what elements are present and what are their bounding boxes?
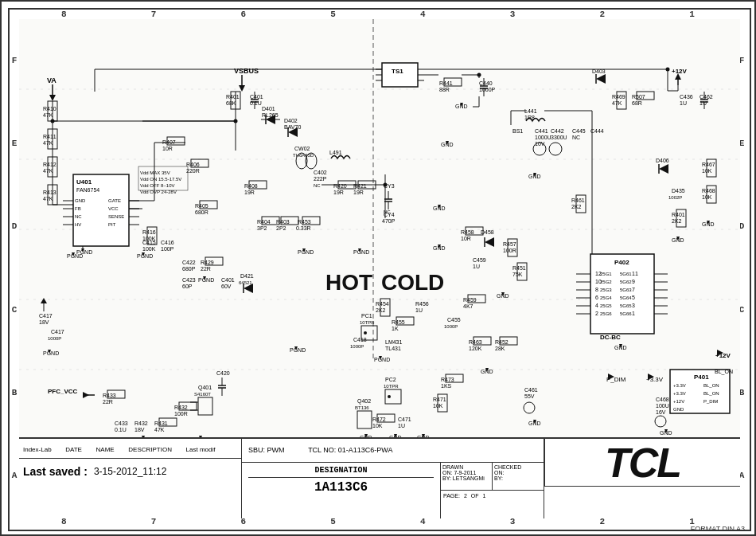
svg-text:0.1U: 0.1U (250, 100, 262, 106)
svg-text:680P: 680P (182, 266, 196, 272)
svg-text:GND: GND (75, 198, 86, 203)
svg-text:2P2: 2P2 (276, 225, 286, 231)
index-row: Index-Lab DATE NAME DESCRIPTION Last mod… (19, 439, 241, 459)
svg-text:SENSE: SENSE (108, 214, 124, 219)
svg-text:1000P: 1000P (444, 324, 458, 329)
tcl-logo: TCL (605, 439, 680, 487)
svg-text:1000P: 1000P (479, 87, 496, 92)
svg-text:R401: R401 (226, 94, 240, 100)
svg-text:8: 8 (595, 287, 598, 292)
svg-text:C440: C440 (479, 80, 493, 86)
svg-text:222P: 222P (314, 176, 327, 182)
svg-text:NC: NC (75, 214, 82, 219)
svg-text:19R: 19R (244, 190, 255, 195)
svg-point-435 (477, 73, 481, 77)
svg-text:1U: 1U (680, 100, 687, 106)
svg-text:C468: C468 (656, 397, 669, 402)
svg-text:R457: R457 (503, 241, 516, 247)
date-label: DATE (65, 446, 82, 453)
svg-text:R472: R472 (372, 417, 386, 422)
svg-text:25G1: 25G1 (600, 272, 612, 276)
svg-text:C422: C422 (182, 260, 196, 265)
svg-text:R456: R456 (415, 301, 429, 307)
svg-text:100R: 100R (174, 411, 188, 417)
svg-text:220R: 220R (186, 168, 200, 174)
svg-text:R461: R461 (571, 198, 585, 203)
svg-text:R413: R413 (43, 190, 57, 195)
svg-text:1K: 1K (392, 326, 399, 331)
col-marker-1: 1 (647, 10, 737, 19)
svg-text:L491: L491 (329, 150, 342, 155)
svg-text:100U: 100U (656, 403, 669, 409)
svg-text:R405: R405 (195, 203, 208, 209)
svg-text:VA: VA (47, 76, 57, 84)
svg-text:R406: R406 (186, 162, 200, 167)
svg-text:+3.3V: +3.3V (673, 383, 686, 388)
svg-point-434 (51, 119, 55, 123)
svg-text:R441: R441 (439, 80, 453, 86)
svg-text:4: 4 (595, 303, 598, 308)
svg-text:NC: NC (572, 135, 580, 140)
svg-text:C401: C401 (250, 94, 263, 100)
svg-text:VCC: VCC (108, 206, 119, 211)
svg-text:1000P: 1000P (350, 344, 364, 349)
svg-text:18V: 18V (39, 319, 49, 325)
svg-text:R453: R453 (298, 219, 311, 225)
svg-text:Q402: Q402 (357, 398, 371, 405)
svg-text:Vdd OFF  8~10V: Vdd OFF 8~10V (140, 183, 175, 188)
svg-text:LM431: LM431 (385, 339, 403, 345)
svg-text:+12V: +12V (673, 399, 684, 404)
svg-text:55V: 55V (524, 393, 535, 399)
svg-text:R416: R416 (142, 229, 156, 235)
svg-text:7: 7 (632, 287, 635, 292)
svg-text:D421: D421 (240, 273, 254, 279)
svg-text:R459: R459 (463, 297, 477, 303)
checked-label: CHECKED (494, 464, 542, 470)
svg-text:10TPR: 10TPR (360, 320, 375, 325)
svg-text:PGND: PGND (290, 347, 306, 353)
svg-text:C401: C401 (221, 277, 235, 283)
svg-text:PFC_VCC: PFC_VCC (48, 388, 78, 395)
svg-point-433 (234, 119, 238, 123)
svg-text:R469: R469 (612, 94, 625, 100)
svg-text:R431: R431 (154, 421, 168, 426)
svg-text:1000U: 1000U (535, 135, 551, 140)
svg-text:5: 5 (632, 295, 635, 300)
svg-text:P401: P401 (694, 374, 709, 381)
svg-text:BT136: BT136 (355, 405, 369, 410)
svg-text:60P: 60P (182, 284, 193, 289)
svg-text:D435: D435 (672, 188, 685, 194)
warning-text-container: THIS DRAWING CANNOT BE COMMUNICATED TO U… (2, 280, 13, 536)
svg-text:R410: R410 (43, 106, 57, 112)
svg-text:VSBUS: VSBUS (234, 67, 259, 75)
drawn-by: BY: LETSANGMi (442, 475, 490, 481)
svg-text:R507: R507 (632, 94, 645, 100)
svg-text:4K7: 4K7 (463, 303, 473, 309)
svg-text:C423: C423 (182, 277, 196, 283)
svg-text:1000P: 1000P (48, 336, 61, 341)
col-marker-2: 2 (558, 10, 648, 19)
svg-text:R473: R473 (441, 377, 454, 382)
svg-text:R433: R433 (103, 393, 116, 398)
svg-text:25G3: 25G3 (600, 288, 612, 292)
svg-text:60V: 60V (221, 284, 232, 289)
svg-text:5G64: 5G64 (620, 295, 632, 300)
svg-text:GND: GND (673, 407, 684, 412)
svg-text:C436: C436 (680, 94, 693, 100)
svg-text:47K: 47K (154, 427, 165, 432)
col-marker-3: 3 (468, 10, 558, 19)
row-d-left: D (12, 185, 18, 268)
svg-text:R432: R432 (174, 405, 188, 410)
designation-title: DESIGNATION (248, 466, 434, 478)
svg-text:10TPR: 10TPR (384, 384, 399, 389)
svg-text:BS1: BS1 (512, 128, 523, 134)
svg-text:PGND: PGND (298, 249, 314, 255)
svg-text:R455: R455 (392, 319, 405, 325)
svg-text:Q401: Q401 (198, 385, 212, 391)
svg-text:0.33R: 0.33R (296, 225, 311, 231)
svg-text:C417: C417 (39, 313, 53, 319)
svg-text:R420: R420 (333, 183, 347, 189)
svg-text:0.1U: 0.1U (115, 427, 127, 432)
svg-text:P_DIM: P_DIM (703, 399, 718, 404)
svg-text:C416: C416 (161, 240, 174, 245)
